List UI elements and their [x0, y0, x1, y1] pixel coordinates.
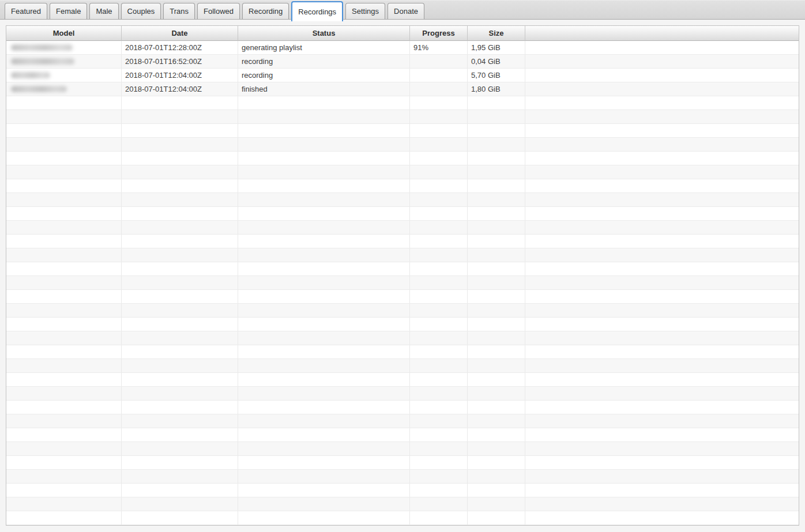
- cell-date: [122, 179, 238, 193]
- column-header-status[interactable]: Status: [238, 26, 410, 41]
- table-row-empty[interactable]: [6, 110, 799, 124]
- table-row-empty[interactable]: [6, 235, 799, 248]
- tab-donate[interactable]: Donate: [388, 3, 424, 19]
- tab-trans[interactable]: Trans: [163, 3, 195, 19]
- cell-progress: [410, 69, 468, 82]
- cell-size: [468, 511, 525, 525]
- cell-status: [238, 442, 410, 455]
- cell-model: [6, 69, 122, 82]
- table-row-empty[interactable]: [6, 304, 799, 318]
- tab-recordings[interactable]: Recordings: [291, 1, 343, 21]
- table-row-empty[interactable]: [6, 179, 799, 193]
- table-row-empty[interactable]: [6, 345, 799, 359]
- cell-empty: [525, 345, 799, 359]
- column-header-progress[interactable]: Progress: [410, 26, 468, 41]
- table-body: 2018-07-01T12:28:00Zgenerating playlist9…: [6, 41, 799, 525]
- column-header-date[interactable]: Date: [122, 26, 238, 41]
- cell-date: [122, 138, 238, 151]
- tab-settings[interactable]: Settings: [345, 3, 385, 19]
- cell-status: [238, 138, 410, 151]
- table-row-empty[interactable]: [6, 193, 799, 207]
- cell-progress: [410, 138, 468, 151]
- table-row-empty[interactable]: [6, 511, 799, 525]
- table-row-empty[interactable]: [6, 387, 799, 401]
- table-row-empty[interactable]: [6, 318, 799, 331]
- cell-model: [6, 428, 122, 442]
- table-row-empty[interactable]: [6, 373, 799, 387]
- cell-status: [238, 470, 410, 483]
- tab-couples[interactable]: Couples: [121, 3, 161, 19]
- cell-model: [6, 235, 122, 248]
- cell-empty: [525, 401, 799, 414]
- table-row[interactable]: 2018-07-01T12:28:00Zgenerating playlist9…: [6, 41, 799, 55]
- cell-date: [122, 401, 238, 414]
- table-row-empty[interactable]: [6, 331, 799, 345]
- cell-model: [6, 456, 122, 469]
- cell-empty: [525, 152, 799, 165]
- table-row-empty[interactable]: [6, 152, 799, 165]
- cell-empty: [525, 55, 799, 68]
- table-row[interactable]: 2018-07-01T16:52:00Zrecording0,04 GiB: [6, 55, 799, 69]
- tab-recording[interactable]: Recording: [242, 3, 289, 19]
- cell-progress: [410, 235, 468, 248]
- cell-status: [238, 414, 410, 428]
- table-row-empty[interactable]: [6, 359, 799, 373]
- cell-model: [6, 401, 122, 414]
- cell-size: [468, 428, 525, 442]
- table-row-empty[interactable]: [6, 428, 799, 442]
- column-header-size[interactable]: Size: [468, 26, 525, 41]
- table-row-empty[interactable]: [6, 414, 799, 428]
- cell-status: [238, 511, 410, 525]
- cell-progress: [410, 304, 468, 317]
- table-row-empty[interactable]: [6, 484, 799, 497]
- cell-size: [468, 276, 525, 289]
- table-row-empty[interactable]: [6, 442, 799, 456]
- tab-followed[interactable]: Followed: [197, 3, 240, 19]
- table-row-empty[interactable]: [6, 456, 799, 470]
- cell-date: [122, 318, 238, 331]
- table-row-empty[interactable]: [6, 497, 799, 511]
- cell-empty: [525, 331, 799, 345]
- table-row-empty[interactable]: [6, 207, 799, 221]
- cell-progress: [410, 262, 468, 276]
- table-row-empty[interactable]: [6, 124, 799, 138]
- cell-progress: [410, 497, 468, 511]
- cell-empty: [525, 414, 799, 428]
- cell-status: [238, 484, 410, 497]
- table-row-empty[interactable]: [6, 96, 799, 110]
- cell-progress: [410, 414, 468, 428]
- table-row[interactable]: 2018-07-01T12:04:00Zrecording5,70 GiB: [6, 69, 799, 82]
- cell-model: [6, 41, 122, 54]
- column-header-model[interactable]: Model: [6, 26, 122, 41]
- table-row-empty[interactable]: [6, 165, 799, 179]
- cell-empty: [525, 262, 799, 276]
- cell-date: [122, 193, 238, 206]
- table-row-empty[interactable]: [6, 401, 799, 414]
- table-row-empty[interactable]: [6, 248, 799, 262]
- cell-status: [238, 345, 410, 359]
- column-header-empty[interactable]: [525, 26, 799, 41]
- table-row-empty[interactable]: [6, 470, 799, 484]
- table-row[interactable]: 2018-07-01T12:04:00Zfinished1,80 GiB: [6, 82, 799, 96]
- cell-empty: [525, 276, 799, 289]
- cell-model: [6, 276, 122, 289]
- tab-male[interactable]: Male: [89, 3, 118, 19]
- table-row-empty[interactable]: [6, 290, 799, 304]
- cell-status: [238, 497, 410, 511]
- cell-progress: [410, 110, 468, 123]
- cell-date: [122, 276, 238, 289]
- cell-model: [6, 345, 122, 359]
- tab-female[interactable]: Female: [50, 3, 87, 19]
- table-row-empty[interactable]: [6, 262, 799, 276]
- cell-model: [6, 331, 122, 345]
- cell-size: [468, 290, 525, 303]
- table-row-empty[interactable]: [6, 221, 799, 235]
- cell-progress: [410, 82, 468, 96]
- tab-featured[interactable]: Featured: [5, 3, 47, 19]
- table-row-empty[interactable]: [6, 138, 799, 152]
- cell-progress: [410, 331, 468, 345]
- table-row-empty[interactable]: [6, 276, 799, 290]
- cell-empty: [525, 304, 799, 317]
- cell-date: 2018-07-01T12:04:00Z: [122, 82, 238, 96]
- cell-status: [238, 165, 410, 179]
